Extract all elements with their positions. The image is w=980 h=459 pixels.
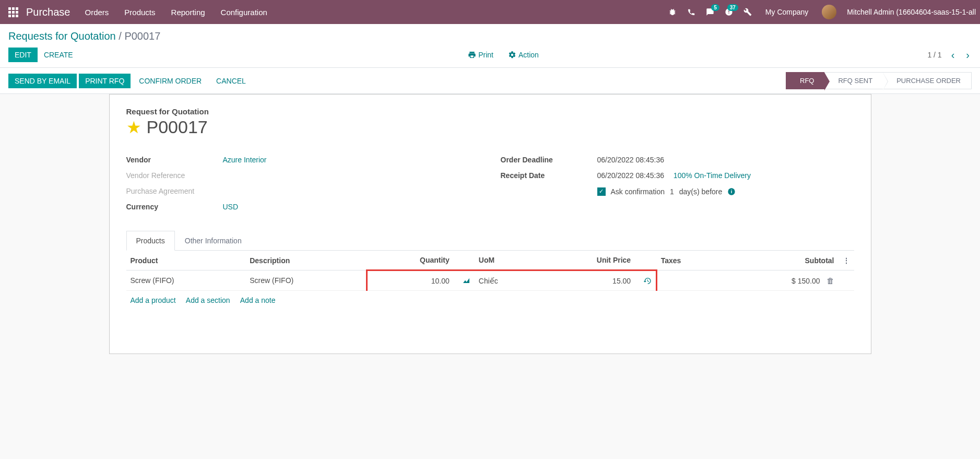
cell-uom: Chiếc — [475, 270, 538, 291]
app-brand[interactable]: Purchase — [26, 6, 70, 18]
messages-icon[interactable]: 5 — [706, 8, 714, 16]
breadcrumb-sep: / — [119, 30, 124, 42]
status-step-rfq[interactable]: RFQ — [786, 72, 824, 89]
currency-link[interactable]: USD — [223, 203, 239, 211]
main-menu: Orders Products Reporting Configuration — [85, 8, 267, 17]
print-button[interactable]: Print — [462, 48, 500, 62]
confirm-order-button[interactable]: Confirm Order — [133, 74, 208, 88]
messages-badge: 5 — [711, 4, 719, 11]
print-rfq-button[interactable]: Print RFQ — [79, 74, 131, 88]
status-steps: RFQ RFQ Sent Purchase Order — [786, 72, 972, 89]
pager-prev[interactable]: ‹ — [949, 49, 957, 61]
menu-orders[interactable]: Orders — [85, 8, 109, 17]
systray: 5 37 My Company Mitchell Admin (16604604… — [668, 5, 976, 19]
column-options-icon[interactable]: ⋮ — [843, 256, 850, 265]
breadcrumb-parent[interactable]: Requests for Quotation — [8, 30, 116, 42]
receipt-label: Receipt Date — [501, 171, 597, 180]
cell-description: Screw (FIFO) — [245, 270, 367, 291]
th-product[interactable]: Product — [126, 251, 246, 270]
cell-unit-price: 15.00 — [538, 270, 635, 291]
th-subtotal[interactable]: Subtotal — [722, 251, 839, 270]
pager-count: 1 / 1 — [927, 51, 941, 59]
add-note-link[interactable]: Add a note — [240, 296, 276, 304]
add-product-link[interactable]: Add a product — [131, 296, 176, 304]
cell-subtotal: $ 150.00 — [792, 277, 820, 285]
th-description[interactable]: Description — [245, 251, 367, 270]
gear-icon — [508, 51, 516, 59]
table-row[interactable]: Screw (FIFO) Screw (FIFO) 10.00 Chiếc 15… — [126, 270, 854, 291]
top-nav: Purchase Orders Products Reporting Confi… — [0, 0, 980, 24]
price-history-icon[interactable] — [643, 276, 652, 285]
tools-icon[interactable] — [743, 8, 752, 16]
breadcrumb: Requests for Quotation / P00017 — [8, 30, 972, 42]
cell-taxes — [657, 270, 722, 291]
status-step-rfq-sent[interactable]: RFQ Sent — [824, 72, 883, 89]
debug-icon[interactable] — [668, 8, 677, 16]
user-menu[interactable]: Mitchell Admin (16604604-saas-15-1-all — [847, 8, 976, 16]
phone-icon[interactable] — [687, 8, 695, 16]
avatar[interactable] — [822, 5, 836, 19]
status-step-purchase-order[interactable]: Purchase Order — [883, 72, 972, 89]
apps-menu-icon[interactable] — [4, 3, 22, 21]
receipt-value: 06/20/2022 08:45:36 — [597, 171, 664, 180]
order-lines-table: Product Description Quantity UoM Unit Pr… — [126, 251, 854, 310]
ask-confirmation-checkbox[interactable]: ✓ — [597, 187, 606, 196]
control-panel: Requests for Quotation / P00017 Edit Cre… — [0, 24, 980, 68]
delete-row-icon[interactable]: 🗑 — [826, 276, 834, 285]
vendor-link[interactable]: Azure Interior — [223, 156, 267, 164]
th-taxes[interactable]: Taxes — [657, 251, 722, 270]
menu-configuration[interactable]: Configuration — [221, 8, 267, 17]
vendor-label: Vendor — [126, 156, 223, 164]
tab-other-info[interactable]: Other Information — [175, 231, 252, 251]
record-name: P00017 — [147, 117, 208, 137]
title-label: Request for Quotation — [126, 107, 854, 116]
th-quantity[interactable]: Quantity — [367, 251, 453, 270]
forecast-icon[interactable] — [462, 276, 470, 285]
th-uom[interactable]: UoM — [475, 251, 538, 270]
cancel-button[interactable]: Cancel — [210, 74, 252, 88]
th-unit-price[interactable]: Unit Price — [538, 251, 635, 270]
menu-reporting[interactable]: Reporting — [171, 8, 205, 17]
svg-text:i: i — [731, 190, 733, 195]
cell-product: Screw (FIFO) — [126, 270, 246, 291]
send-email-button[interactable]: Send by Email — [8, 74, 77, 88]
print-icon — [468, 51, 476, 59]
status-bar: Send by Email Print RFQ Confirm Order Ca… — [0, 68, 980, 94]
priority-star-icon[interactable]: ★ — [126, 117, 141, 137]
ask-confirm-suffix: day(s) before — [679, 187, 722, 196]
cell-quantity: 10.00 — [367, 270, 453, 291]
deadline-value: 06/20/2022 08:45:36 — [597, 156, 664, 164]
deadline-label: Order Deadline — [501, 156, 597, 164]
on-time-badge[interactable]: 100% On-Time Delivery — [674, 171, 751, 180]
activities-badge: 37 — [727, 4, 738, 11]
currency-label: Currency — [126, 203, 223, 211]
edit-button[interactable]: Edit — [8, 48, 38, 62]
company-switcher[interactable]: My Company — [765, 8, 808, 16]
breadcrumb-current: P00017 — [124, 30, 160, 42]
vendor-ref-label: Vendor Reference — [126, 171, 223, 180]
create-button[interactable]: Create — [38, 48, 79, 62]
ask-confirm-prefix: Ask confirmation — [611, 187, 665, 196]
agreement-label: Purchase Agreement — [126, 187, 223, 195]
tab-products[interactable]: Products — [126, 231, 175, 251]
info-icon[interactable]: i — [727, 187, 736, 196]
pager-next[interactable]: › — [964, 49, 972, 61]
ask-confirm-days: 1 — [670, 187, 674, 196]
activities-icon[interactable]: 37 — [725, 8, 733, 16]
add-section-link[interactable]: Add a section — [186, 296, 230, 304]
form-sheet: Request for Quotation ★ P00017 Vendor Az… — [109, 94, 871, 354]
menu-products[interactable]: Products — [124, 8, 155, 17]
action-button[interactable]: Action — [502, 48, 545, 62]
notebook-tabs: Products Other Information — [126, 230, 854, 251]
